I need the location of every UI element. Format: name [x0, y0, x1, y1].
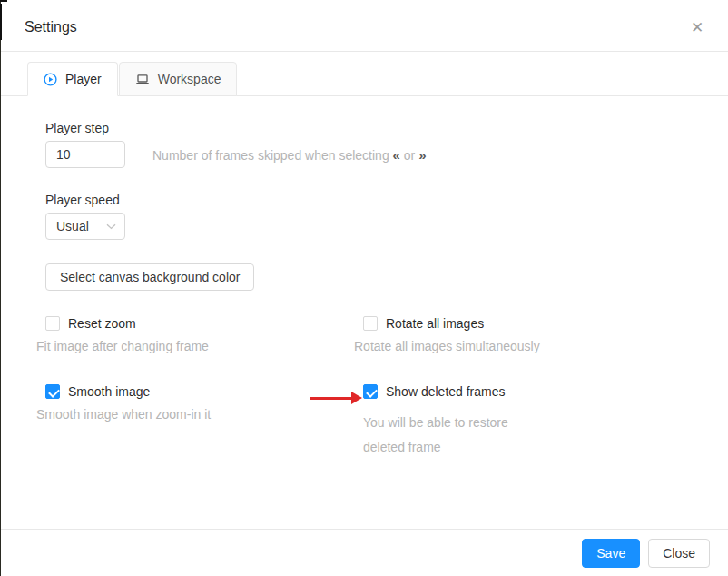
screenshot-corner-artifact [0, 0, 7, 2]
settings-dialog: Settings ✕ Player Workspace Pl [0, 0, 728, 576]
forward-skip-icon: » [418, 147, 426, 163]
backward-skip-icon: « [393, 147, 400, 163]
screenshot-edge-artifact [0, 0, 1, 576]
checkbox-checked-icon[interactable] [363, 384, 378, 399]
player-step-input[interactable] [45, 141, 125, 168]
tab-player[interactable]: Player [27, 62, 118, 96]
rotate-all-checkbox[interactable]: Rotate all images [363, 316, 706, 331]
tab-player-label: Player [65, 72, 102, 86]
dialog-header: Settings ✕ [0, 0, 728, 52]
checkbox-unchecked-icon[interactable] [363, 316, 378, 331]
show-deleted-frames-checkbox[interactable]: Show deleted frames [363, 384, 706, 399]
smooth-image-label: Smooth image [68, 384, 150, 399]
player-step-hint: Number of frames skipped when selecting … [152, 147, 427, 163]
reset-zoom-checkbox[interactable]: Reset zoom [45, 316, 363, 331]
player-speed-select[interactable]: Usual [45, 213, 125, 240]
laptop-icon [135, 73, 150, 86]
reset-zoom-label: Reset zoom [68, 316, 136, 331]
tab-workspace[interactable]: Workspace [119, 62, 238, 96]
checkbox-grid: Reset zoom Fit image after changing fram… [45, 316, 706, 460]
reset-zoom-cell: Reset zoom Fit image after changing fram… [45, 316, 363, 355]
screenshot-corner-artifact [0, 4, 2, 40]
smooth-image-cell: Smooth image Smooth image when zoom-in i… [45, 384, 363, 460]
player-tab-content: Player step Number of frames skipped whe… [0, 96, 728, 529]
player-speed-label: Player speed [45, 194, 706, 206]
canvas-background-color-button[interactable]: Select canvas background color [45, 263, 254, 291]
play-circle-icon [44, 73, 57, 86]
show-deleted-frames-cell: Show deleted frames You will be able to … [363, 384, 706, 460]
tabs-bar: Player Workspace [0, 62, 728, 96]
save-button[interactable]: Save [582, 539, 640, 568]
close-button[interactable]: Close [648, 539, 710, 568]
checkbox-unchecked-icon[interactable] [45, 316, 60, 331]
reset-zoom-hint: Fit image after changing frame [36, 337, 363, 355]
dialog-footer: Save Close [0, 529, 728, 576]
close-icon: ✕ [691, 18, 703, 36]
rotate-all-label: Rotate all images [386, 316, 484, 331]
player-step-section: Player step Number of frames skipped whe… [45, 122, 706, 168]
player-speed-section: Player speed Usual [45, 194, 706, 240]
smooth-image-checkbox[interactable]: Smooth image [45, 384, 363, 399]
tab-workspace-label: Workspace [158, 72, 221, 86]
chevron-down-icon [106, 223, 116, 230]
dialog-title: Settings [25, 17, 706, 37]
dialog-close-button[interactable]: ✕ [679, 9, 715, 45]
rotate-all-hint: Rotate all images simultaneously [354, 337, 706, 355]
checkbox-checked-icon[interactable] [45, 384, 60, 399]
player-speed-value: Usual [56, 219, 106, 233]
show-deleted-frames-label: Show deleted frames [386, 384, 506, 399]
player-step-label: Player step [45, 122, 706, 134]
show-deleted-frames-hint: You will be able to restore deleted fram… [363, 411, 536, 460]
smooth-image-hint: Smooth image when zoom-in it [36, 405, 363, 423]
rotate-all-cell: Rotate all images Rotate all images simu… [363, 316, 706, 355]
